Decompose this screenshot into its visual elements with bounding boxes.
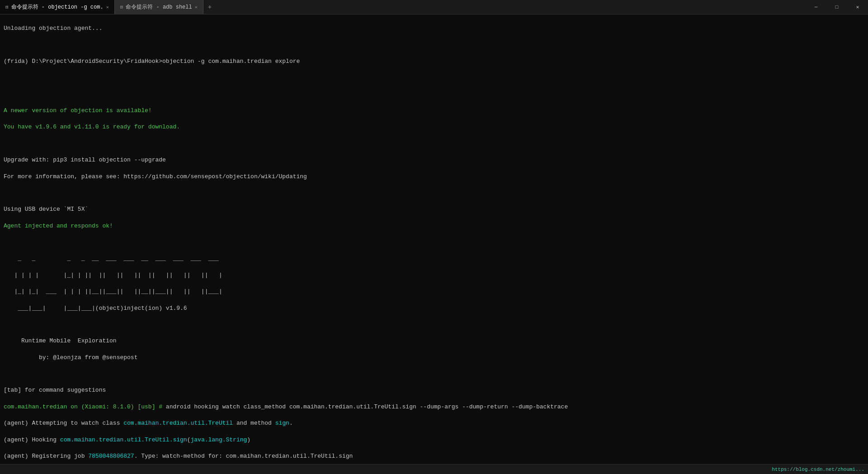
- status-bar: https://blog.csdn.net/zhoumi...: [0, 464, 868, 474]
- terminal-output: Unloading objection agent... (frida) D:\…: [0, 14, 868, 464]
- status-link: https://blog.csdn.net/zhoumi...: [772, 467, 864, 472]
- title-bar: ⊞ 命令提示符 - objection -g com. ✕ ⊞ 命令提示符 - …: [0, 0, 868, 14]
- terminal-line: (agent) Hooking com.maihan.tredian.util.…: [4, 436, 864, 444]
- close-button[interactable]: ✕: [847, 0, 868, 14]
- tab1-label: 命令提示符 - objection -g com.: [11, 3, 104, 11]
- terminal-line: (frida) D:\Project\AndroidSecurity\Frida…: [4, 57, 864, 66]
- terminal-line: [4, 90, 864, 99]
- terminal-line: You have v1.9.6 and v1.11.0 is ready for…: [4, 123, 864, 131]
- terminal-line: ___|___| |___|___|(object)inject(ion) v1…: [4, 304, 864, 313]
- tab-icon-1: ⊞: [5, 4, 9, 10]
- terminal-line: (agent) Registering job 7850048806827. T…: [4, 452, 864, 460]
- terminal-line: [4, 140, 864, 148]
- tab-icon-2: ⊞: [120, 4, 123, 10]
- terminal-line: [4, 74, 864, 82]
- tab-adb[interactable]: ⊞ 命令提示符 - adb shell ✕: [115, 0, 203, 14]
- terminal-line: Unloading objection agent...: [4, 24, 864, 33]
- terminal-line: Runtime Mobile Exploration: [4, 337, 864, 345]
- terminal-line: [4, 238, 864, 246]
- tab-objection[interactable]: ⊞ 命令提示符 - objection -g com. ✕: [0, 0, 115, 14]
- terminal-line: (agent) Attempting to watch class com.ma…: [4, 419, 864, 427]
- minimize-button[interactable]: ─: [806, 0, 826, 14]
- window-controls: ─ □ ✕: [806, 0, 868, 14]
- terminal-line: Using USB device `MI 5X`: [4, 205, 864, 213]
- terminal-line: [4, 370, 864, 378]
- terminal-line: com.maihan.tredian on (Xiaomi: 8.1.0) [u…: [4, 403, 864, 411]
- terminal-line: _ _ _ _ __ ___ ___ __ ___ ___ ___ ___: [4, 255, 864, 263]
- terminal-line: |_| |_| ___ | | | ||__||___|| ||__||___|…: [4, 288, 864, 296]
- new-tab-button[interactable]: +: [203, 0, 216, 14]
- tab1-close[interactable]: ✕: [106, 5, 109, 10]
- terminal-line: by: @leonjza from @sensepost: [4, 354, 864, 362]
- tab2-label: 命令提示符 - adb shell: [126, 3, 192, 11]
- terminal-line: [4, 321, 864, 329]
- terminal-line: For more information, please see: https:…: [4, 173, 864, 181]
- terminal-line: Agent injected and responds ok!: [4, 222, 864, 230]
- terminal-line: [4, 189, 864, 197]
- tabs-area: ⊞ 命令提示符 - objection -g com. ✕ ⊞ 命令提示符 - …: [0, 0, 806, 14]
- terminal-line: | | | | |_| | || || || || || || || || |: [4, 271, 864, 280]
- terminal-line: [tab] for command suggestions: [4, 386, 864, 394]
- maximize-button[interactable]: □: [826, 0, 847, 14]
- terminal-line: [4, 41, 864, 49]
- terminal-line: Upgrade with: pip3 install objection --u…: [4, 156, 864, 164]
- terminal-line: A newer version of objection is availabl…: [4, 107, 864, 115]
- tab2-close[interactable]: ✕: [195, 5, 198, 10]
